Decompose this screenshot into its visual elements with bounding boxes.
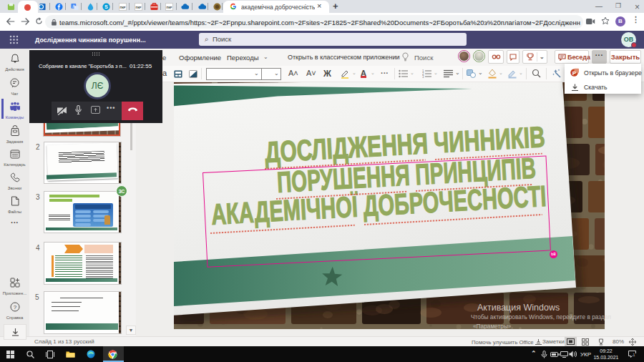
svg-text:1: 1 xyxy=(633,353,635,357)
svg-text:あ: あ xyxy=(72,4,76,9)
svg-text:P: P xyxy=(572,70,577,77)
svg-text:S: S xyxy=(104,4,108,10)
svg-text:3: 3 xyxy=(422,75,424,79)
svg-text:?: ? xyxy=(13,304,16,310)
